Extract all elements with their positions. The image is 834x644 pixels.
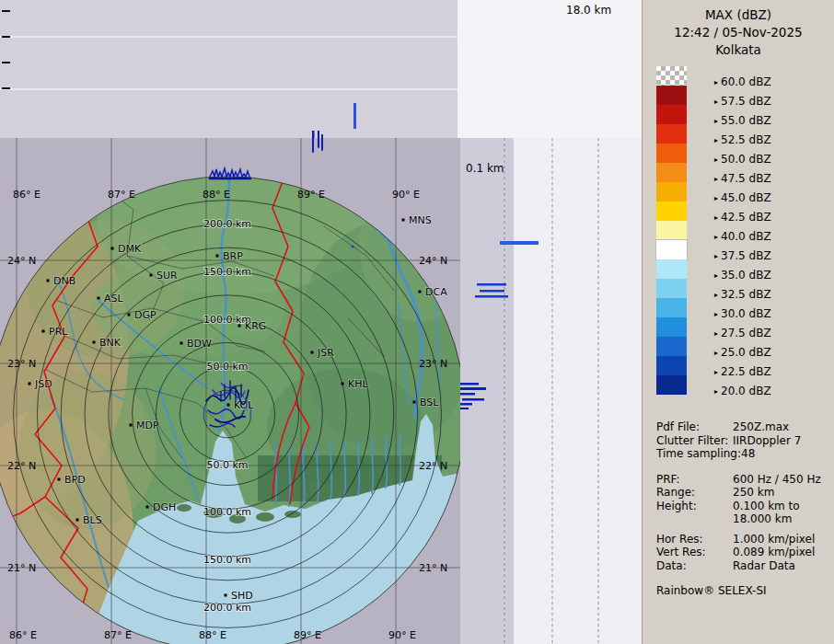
legend-arrow-icon: ▸ bbox=[714, 366, 718, 379]
city-dot bbox=[238, 325, 241, 328]
longitude-label-bottom: 90° E bbox=[388, 629, 416, 641]
city-label: DGP bbox=[134, 309, 156, 321]
side-height-projection-panel: 0.1 km bbox=[460, 138, 642, 644]
latitude-label-left: 21° N bbox=[7, 562, 36, 574]
city-dot bbox=[29, 383, 31, 385]
legend-color-swatch bbox=[656, 144, 687, 163]
legend-label: ▸27.5 dBZ bbox=[714, 327, 771, 339]
info-row: Hor Res:1.000 km/pixel bbox=[656, 533, 831, 546]
range-ring-label: 50.0 km bbox=[206, 361, 248, 373]
legend-label: ▸57.5 dBZ bbox=[714, 95, 771, 108]
legend-arrow-icon: ▸ bbox=[714, 385, 718, 398]
legend-arrow-icon: ▸ bbox=[714, 192, 718, 205]
city-label: BPD bbox=[64, 474, 86, 486]
info-row: 18.000 km bbox=[656, 512, 831, 526]
legend-arrow-icon: ▸ bbox=[714, 270, 718, 282]
info-panel: Pdf File:250Z.maxClutter Filter:IIRDoppl… bbox=[656, 420, 831, 598]
legend-label: ▸22.5 dBZ bbox=[714, 365, 771, 378]
latitude-label-left: 24° N bbox=[7, 255, 36, 267]
city-dot bbox=[180, 342, 183, 345]
info-row: Range:250 km bbox=[656, 486, 831, 500]
legend-arrow-icon: ▸ bbox=[714, 96, 718, 109]
latitude-label-left: 22° N bbox=[7, 460, 36, 472]
legend-arrow-icon: ▸ bbox=[714, 173, 718, 186]
legend-color-swatch bbox=[656, 298, 687, 317]
info-row: Data:Radar Data bbox=[656, 559, 831, 573]
city-label: JSR bbox=[317, 347, 334, 359]
info-row: Vert Res:0.089 km/pixel bbox=[656, 546, 831, 559]
top-height-projection-panel bbox=[0, 0, 458, 138]
longitude-label-top: 86° E bbox=[13, 189, 41, 201]
legend-label: ▸25.0 dBZ bbox=[714, 346, 771, 359]
legend: ▸60.0 dBZ▸57.5 dBZ▸55.0 dBZ▸52.5 dBZ▸50.… bbox=[643, 66, 834, 397]
city-label: DNB bbox=[53, 275, 75, 287]
city-dot bbox=[42, 330, 45, 333]
city-label: DCA bbox=[425, 286, 447, 298]
city-dot bbox=[130, 424, 133, 427]
top-panel-bg bbox=[0, 0, 458, 138]
longitude-label-bottom: 87° E bbox=[104, 629, 132, 641]
legend-color-swatch bbox=[656, 86, 687, 105]
longitude-label-top: 88° E bbox=[203, 189, 230, 201]
radar-map-area[interactable]: 86° E86° E87° E87° E88° E88° E89° E89° E… bbox=[0, 138, 460, 644]
legend-label: ▸45.0 dBZ bbox=[714, 191, 771, 204]
range-ring-label: 50.0 km bbox=[206, 459, 248, 471]
legend-color-swatch bbox=[656, 201, 687, 221]
rainbow-max-display-window: 18.0 km 0.1 km bbox=[0, 0, 834, 644]
range-ring-label: 150.0 km bbox=[203, 554, 251, 566]
city-label: DGH bbox=[153, 501, 176, 513]
legend-color-swatch bbox=[656, 221, 687, 240]
range-ring-label: 100.0 km bbox=[203, 506, 251, 518]
legend-arrow-icon: ▸ bbox=[714, 154, 718, 167]
legend-label: ▸30.0 dBZ bbox=[714, 307, 771, 320]
radar-map-canvas[interactable]: 86° E86° E87° E87° E88° E88° E89° E89° E… bbox=[0, 138, 460, 644]
latitude-label-right: 21° N bbox=[419, 562, 447, 574]
city-label: MDP bbox=[136, 420, 159, 431]
legend-color-swatch bbox=[656, 259, 687, 279]
legend-label: ▸52.5 dBZ bbox=[714, 133, 771, 146]
legend-color-swatch bbox=[656, 240, 687, 259]
city-label: BDW bbox=[187, 338, 212, 350]
longitude-label-bottom: 89° E bbox=[294, 629, 321, 641]
city-label: KOL bbox=[234, 399, 254, 411]
city-dot bbox=[311, 351, 314, 354]
legend-color-swatch bbox=[656, 279, 687, 298]
latitude-label-left: 23° N bbox=[7, 358, 36, 370]
city-dot bbox=[47, 280, 50, 282]
longitude-label-bottom: 86° E bbox=[9, 629, 37, 641]
city-label: BRP bbox=[223, 250, 243, 262]
top-projection-canvas bbox=[0, 0, 458, 138]
latitude-label-right: 24° N bbox=[419, 255, 447, 267]
top-right-corner-area: 18.0 km bbox=[458, 0, 642, 138]
legend-label: ▸42.5 dBZ bbox=[714, 211, 771, 224]
city-dot bbox=[150, 274, 153, 277]
legend-arrow-icon: ▸ bbox=[714, 115, 718, 128]
city-dot bbox=[225, 594, 227, 597]
city-dot bbox=[58, 478, 61, 481]
legend-arrow-icon: ▸ bbox=[714, 308, 718, 321]
legend-color-swatch bbox=[656, 356, 687, 375]
legend-color-swatch bbox=[656, 317, 687, 337]
legend-color-swatch bbox=[656, 337, 687, 356]
legend-color-swatch bbox=[656, 105, 687, 124]
longitude-label-top: 87° E bbox=[108, 189, 135, 201]
info-row: Pdf File:250Z.max bbox=[656, 420, 831, 434]
city-label: PRL bbox=[49, 326, 68, 338]
legend-arrow-icon: ▸ bbox=[714, 347, 718, 360]
latitude-label-right: 22° N bbox=[419, 460, 447, 472]
legend-color-swatch bbox=[656, 66, 687, 86]
city-label: BLS bbox=[83, 514, 102, 526]
side-projection-canvas bbox=[460, 138, 642, 644]
city-dot bbox=[128, 314, 131, 316]
latitude-label-right: 23° N bbox=[419, 358, 447, 370]
info-row: Clutter Filter:IIRDoppler 7 bbox=[656, 434, 831, 448]
info-row: PRF:600 Hz / 450 Hz bbox=[656, 473, 831, 487]
legend-label: ▸55.0 dBZ bbox=[714, 114, 771, 127]
legend-label: ▸20.0 dBZ bbox=[714, 385, 771, 397]
legend-arrow-icon: ▸ bbox=[714, 250, 718, 263]
info-row: Height:0.100 km to bbox=[656, 500, 831, 513]
city-label: BSL bbox=[420, 397, 439, 408]
longitude-label-bottom: 88° E bbox=[199, 629, 226, 641]
city-label: KHL bbox=[348, 378, 368, 390]
legend-sidebar: MAX (dBZ) 12:42 / 05-Nov-2025 Kolkata ▸6… bbox=[642, 0, 834, 644]
